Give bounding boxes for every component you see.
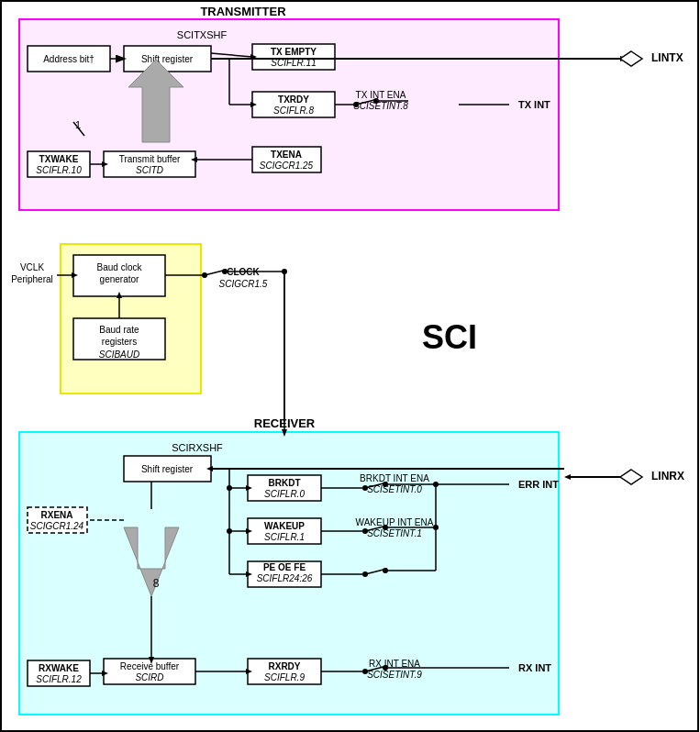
svg-point-71: [282, 269, 287, 274]
svg-text:RECEIVER: RECEIVER: [254, 416, 316, 430]
svg-text:SCI: SCI: [422, 318, 477, 356]
svg-marker-81: [620, 470, 642, 484]
baud-region: [60, 243, 202, 394]
svg-text:Peripheral: Peripheral: [11, 274, 53, 284]
svg-marker-80: [564, 474, 571, 480]
svg-text:TRANSMITTER: TRANSMITTER: [200, 5, 286, 18]
transmitter-region: [18, 18, 560, 211]
svg-text:SCIGCR1.5: SCIGCR1.5: [219, 279, 268, 289]
svg-marker-47: [620, 56, 628, 61]
receiver-region: [18, 431, 560, 715]
svg-point-67: [222, 269, 228, 274]
svg-marker-48: [620, 51, 642, 66]
svg-text:CLOCK: CLOCK: [227, 267, 260, 277]
svg-line-68: [205, 270, 227, 275]
svg-text:LINRX: LINRX: [651, 470, 684, 482]
svg-point-66: [202, 272, 207, 278]
svg-text:VCLK: VCLK: [20, 262, 44, 272]
svg-text:LINTX: LINTX: [651, 51, 683, 64]
